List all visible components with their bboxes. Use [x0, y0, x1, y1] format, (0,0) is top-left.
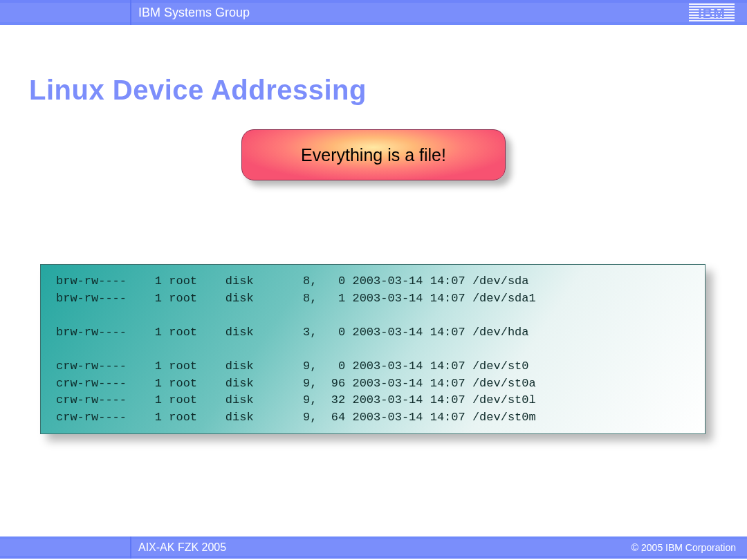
slide-title: Linux Device Addressing — [29, 75, 367, 106]
header-group: IBM Systems Group — [0, 3, 747, 22]
footer-left: AIX-AK FZK 2005 — [138, 539, 226, 556]
ibm-logo-icon: IBM — [689, 3, 735, 22]
footer-right: © 2005 IBM Corporation — [631, 539, 736, 556]
terminal-listing-box: brw-rw---- 1 root disk 8, 0 2003-03-14 1… — [40, 264, 706, 434]
callout-box: Everything is a file! — [241, 129, 506, 180]
header-bar: IBM Systems Group — [0, 3, 747, 22]
svg-text:IBM: IBM — [698, 6, 726, 21]
terminal-listing: brw-rw---- 1 root disk 8, 0 2003-03-14 1… — [41, 265, 705, 433]
header-separator — [130, 0, 131, 25]
footer-separator — [130, 536, 131, 559]
callout-text: Everything is a file! — [301, 145, 446, 165]
